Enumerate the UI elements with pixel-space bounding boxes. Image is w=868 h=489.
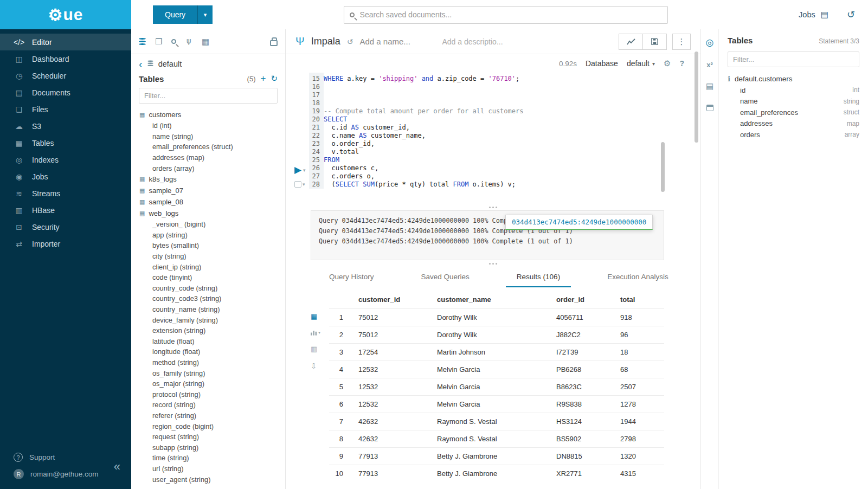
database-name[interactable]: default (158, 60, 182, 68)
execute-button[interactable]: ▶ (294, 166, 301, 175)
sidebar-item[interactable]: ≋ Streams (0, 185, 131, 202)
column-item[interactable]: longitude (float) (131, 346, 285, 357)
right-column-item[interactable]: addresses map (728, 118, 859, 130)
search-input[interactable] (360, 10, 662, 19)
result-tab[interactable]: Execution Analysis (596, 267, 679, 287)
result-column-header[interactable]: order_id (551, 291, 615, 309)
result-row[interactable]: 6 12532 Melvin Garcia R9S838 1278 (329, 396, 664, 413)
result-row[interactable]: 7 42632 Raymond S. Vestal HS3124 1944 (329, 413, 664, 430)
column-item[interactable]: _version_ (bigint) (131, 219, 285, 230)
column-item[interactable]: url (string) (131, 464, 285, 474)
result-row[interactable]: 4 12532 Melvin Garcia PB6268 68 (329, 361, 664, 378)
context-search-icon[interactable] (171, 39, 176, 44)
jobs-list-icon[interactable]: ▤ (821, 10, 828, 20)
code-line[interactable]: 20 SELECT (309, 115, 664, 124)
code-line[interactable]: 15 WHERE a.key = 'shipping' and a.zip_co… (309, 75, 664, 83)
sidebar-item[interactable]: ▦ Tables (0, 134, 131, 151)
code-line[interactable]: 18 (309, 99, 664, 107)
column-item[interactable]: addresses (map) (131, 152, 285, 163)
download-icon[interactable]: ⇩ (311, 362, 317, 370)
editor-assistant-icon[interactable]: ◎ (706, 37, 714, 48)
sidebar-item[interactable]: ▤ Documents (0, 84, 131, 101)
table-item[interactable]: ▦ sample_08 (131, 196, 285, 208)
column-item[interactable]: record (string) (131, 400, 285, 410)
result-tab[interactable]: Results (106) (506, 267, 571, 287)
documents-assist-icon[interactable]: ❐ (155, 37, 162, 47)
database-select[interactable]: default▾ (627, 59, 655, 68)
column-item[interactable]: name (string) (131, 131, 285, 142)
refresh-tables-icon[interactable]: ↻ (271, 74, 278, 83)
table-item[interactable]: ▦ k8s_logs (131, 173, 285, 185)
execute-options-caret-icon[interactable]: ▾ (303, 168, 306, 173)
query-history-topbar-icon[interactable]: ↺ (847, 9, 855, 21)
query-name-input[interactable] (359, 37, 435, 46)
code-line[interactable]: 19 -- Compute total amount per order for… (309, 107, 664, 115)
sidebar-item-support[interactable]: ? Support (0, 449, 131, 466)
result-row[interactable]: 2 75012 Dorothy Wilk J882C2 96 (329, 326, 664, 344)
chart-settings-button[interactable] (619, 34, 643, 50)
query-description-input[interactable] (442, 37, 523, 46)
result-tab[interactable]: Query History (318, 267, 385, 287)
sidebar-item[interactable]: ⊡ Security (0, 218, 131, 235)
column-item[interactable]: referer (string) (131, 410, 285, 421)
functions-icon[interactable]: x² (706, 61, 713, 69)
back-chevron-icon[interactable]: ‹ (139, 60, 143, 68)
editor-scrollbar[interactable] (661, 142, 665, 192)
column-item[interactable]: subapp (string) (131, 442, 285, 453)
active-table-item[interactable]: ℹ default.customers (728, 73, 859, 85)
query-dropdown-button[interactable]: ▾ (197, 5, 213, 24)
column-item[interactable]: orders (array) (131, 163, 285, 173)
result-row[interactable]: 10 77913 Betty J. Giambrone XR2771 4315 (329, 465, 664, 482)
column-item[interactable]: user_agent (string) (131, 474, 285, 485)
result-column-header[interactable]: customer_name (432, 291, 551, 309)
code-line[interactable]: 28 (SELECT SUM(price * qty) total FROM o… (309, 181, 664, 189)
resize-handle-top[interactable] (286, 204, 700, 210)
column-item[interactable]: request (string) (131, 432, 285, 442)
table-item[interactable]: ▦ web_logs (131, 208, 285, 219)
sidebar-user[interactable]: R romain@gethue.com (0, 466, 131, 482)
jobs-link[interactable]: Jobs (799, 10, 815, 19)
column-item[interactable]: city (string) (131, 251, 285, 262)
code-line[interactable]: 21 c.id AS customer_id, (309, 124, 664, 132)
result-column-header[interactable]: customer_id (353, 291, 432, 309)
save-button[interactable] (642, 34, 667, 50)
grid-view-icon[interactable]: ▦ (311, 312, 317, 320)
code-line[interactable]: 24 v.total (309, 148, 664, 156)
column-item[interactable]: code (tinyint) (131, 272, 285, 283)
result-row[interactable]: 3 17254 Martin Johnson I72T39 18 (329, 344, 664, 361)
sitemap-assist-icon[interactable]: ⋔ (185, 37, 192, 47)
code-line[interactable]: 25 FROM (309, 156, 664, 164)
sidebar-item[interactable]: ◫ Dashboard (0, 50, 131, 67)
snippet-type-button[interactable]: ▾ (294, 181, 309, 188)
column-item[interactable]: extension (string) (131, 325, 285, 336)
code-line[interactable]: 23 o.order_id, (309, 140, 664, 148)
right-column-item[interactable]: orders array (728, 129, 859, 140)
code-line[interactable]: 27 c.orders o, (309, 172, 664, 181)
help-icon[interactable]: ? (679, 59, 684, 68)
sidebar-item[interactable]: ☁ S3 (0, 118, 131, 134)
right-filter-input[interactable] (728, 52, 859, 67)
sidebar-item[interactable]: ◉ Jobs (0, 168, 131, 185)
query-id-popover[interactable]: 034d413ec7474ed5:4249de1000000000 (505, 215, 653, 230)
column-item[interactable]: id (int) (131, 120, 285, 131)
column-item[interactable]: device_family (string) (131, 314, 285, 325)
code-line[interactable]: 16 (309, 83, 664, 91)
main-scrollbar[interactable] (695, 52, 698, 143)
sidebar-item[interactable]: ◷ Scheduler (0, 67, 131, 84)
column-item[interactable]: region_code (bigint) (131, 421, 285, 432)
schedule-icon[interactable] (706, 104, 713, 113)
sidebar-item[interactable]: ◎ Indexes (0, 151, 131, 168)
column-item[interactable]: bytes (smallint) (131, 240, 285, 251)
column-item[interactable]: os_family (string) (131, 368, 285, 378)
sidebar-item[interactable]: ❏ Files (0, 101, 131, 118)
query-button[interactable]: Query (153, 5, 197, 24)
column-item[interactable]: app (string) (131, 230, 285, 241)
collapse-sidebar-button[interactable]: « (114, 460, 120, 474)
column-item[interactable]: os_major (string) (131, 378, 285, 389)
column-item[interactable]: country_code (string) (131, 283, 285, 294)
sidebar-item[interactable]: ▥ HBase (0, 202, 131, 218)
code-line[interactable]: 22 c.name AS customer_name, (309, 132, 664, 140)
table-item[interactable]: ▦ customers (131, 109, 285, 120)
code-editor[interactable]: ▶ ▾ ▾ 15 WHERE a.key = 'shipping' and a.… (294, 73, 664, 204)
chart-view-icon[interactable]: ▾ (311, 330, 320, 336)
